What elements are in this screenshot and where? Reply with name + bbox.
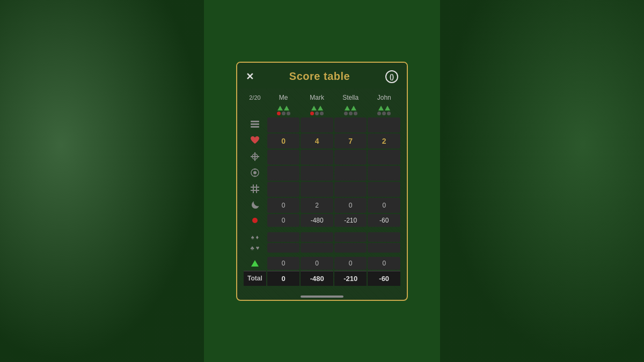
total-mark: -480 <box>301 271 333 286</box>
data-cell <box>267 243 300 253</box>
bonus-stella: 0 <box>334 257 367 270</box>
bonus-john: 0 <box>368 257 400 270</box>
data-cell <box>334 182 367 197</box>
table-container: 2/20 Me Mark Stella John <box>237 88 407 292</box>
triangle-icon <box>378 106 384 110</box>
scroll-bar <box>301 295 343 298</box>
cards-row: 0 2 0 0 <box>244 198 400 213</box>
penalty-row: 0 -480 -210 -60 <box>244 214 400 227</box>
progress-label: 2/20 <box>244 92 266 104</box>
data-cell <box>267 150 300 165</box>
column-header-row: 2/20 Me Mark Stella John <box>244 92 400 104</box>
data-cell <box>334 243 367 253</box>
data-cell <box>368 182 400 197</box>
moon-icon <box>250 200 260 210</box>
data-cell <box>334 232 367 242</box>
bonus-mark: 0 <box>301 257 333 270</box>
club-icon: ♣ <box>251 245 254 251</box>
progress-row <box>244 105 400 116</box>
red-dot-icon <box>252 218 258 223</box>
separator-row <box>244 228 400 231</box>
moon-icon-cell <box>244 198 266 213</box>
cards-mark: 2 <box>301 198 333 213</box>
score-table: 2/20 Me Mark Stella John <box>243 91 401 287</box>
progress-john <box>368 105 400 116</box>
svg-rect-0 <box>251 121 259 122</box>
cards-stella: 0 <box>334 198 367 213</box>
dot-empty-icon <box>287 112 290 115</box>
dot-empty-icon <box>349 112 353 115</box>
suits-icon: ♠ ♦ <box>246 234 264 240</box>
crossed-icon <box>250 151 260 162</box>
heart-icon <box>250 135 260 146</box>
table-row <box>244 166 400 181</box>
dot-red-icon <box>277 112 281 115</box>
target-icon <box>250 167 260 178</box>
progress-row-label <box>244 105 266 116</box>
data-cell <box>301 243 333 253</box>
col-john: John <box>368 92 400 104</box>
dot-empty-icon <box>377 112 381 115</box>
data-cell <box>301 166 333 181</box>
stack-icon <box>250 119 260 130</box>
bonus-icon-cell <box>244 257 266 270</box>
triangle-icon <box>311 106 317 110</box>
data-cell <box>301 117 333 132</box>
col-mark: Mark <box>301 92 333 104</box>
scroll-indicator <box>237 292 407 300</box>
dot-empty-icon <box>282 112 286 115</box>
hearts-me: 0 <box>267 134 300 149</box>
table-row <box>244 150 400 165</box>
panel-title: Score table <box>289 70 350 83</box>
data-cell <box>334 150 367 165</box>
data-cell <box>334 117 367 132</box>
bonus-me: 0 <box>267 257 300 270</box>
heart-icon-cell <box>244 134 266 149</box>
data-cell <box>368 232 400 242</box>
info-button[interactable]: () <box>385 70 398 83</box>
svg-point-7 <box>253 171 257 174</box>
target-icon-cell <box>244 166 266 181</box>
suits-icon-cell: ♠ ♦ <box>244 232 266 242</box>
dot-red-icon <box>310 112 314 115</box>
data-cell <box>368 166 400 181</box>
total-john: -60 <box>368 271 400 286</box>
data-cell <box>368 150 400 165</box>
close-button[interactable]: ✕ <box>246 71 254 83</box>
progress-mark <box>301 105 333 116</box>
penalty-mark: -480 <box>301 214 333 227</box>
crossed-icon-cell <box>244 150 266 165</box>
triangle-icon <box>385 106 390 110</box>
table-row <box>244 117 400 132</box>
total-me: 0 <box>267 271 300 286</box>
cards-me: 0 <box>267 198 300 213</box>
data-cell <box>267 166 300 181</box>
dot-empty-icon <box>320 112 324 115</box>
score-panel: ✕ Score table () 2/20 Me Mark Stella Joh… <box>236 62 408 301</box>
separator-row-2 <box>244 254 400 256</box>
svg-rect-2 <box>251 126 259 128</box>
dot-empty-icon <box>354 112 357 115</box>
dot-empty-icon <box>387 112 391 115</box>
data-cell <box>267 182 300 197</box>
cards-john: 0 <box>368 198 400 213</box>
progress-stella <box>334 105 367 116</box>
suits-row-1: ♠ ♦ <box>244 232 400 242</box>
bonus-triangle-icon <box>251 260 259 267</box>
data-cell <box>301 150 333 165</box>
panel-header: ✕ Score table () <box>237 63 407 88</box>
dot-empty-icon <box>315 112 319 115</box>
stack-icon-cell <box>244 117 266 132</box>
triangle-icon <box>351 106 356 110</box>
hearts-stella: 7 <box>334 134 367 149</box>
penalty-me: 0 <box>267 214 300 227</box>
triangle-icon <box>318 106 323 110</box>
data-cell <box>267 232 300 242</box>
penalty-icon-cell <box>244 214 266 227</box>
data-cell <box>334 166 367 181</box>
diamond-icon: ♦ <box>256 234 259 240</box>
penalty-john: -60 <box>368 214 400 227</box>
total-stella: -210 <box>334 271 367 286</box>
triangle-icon <box>284 106 289 110</box>
col-me: Me <box>267 92 300 104</box>
